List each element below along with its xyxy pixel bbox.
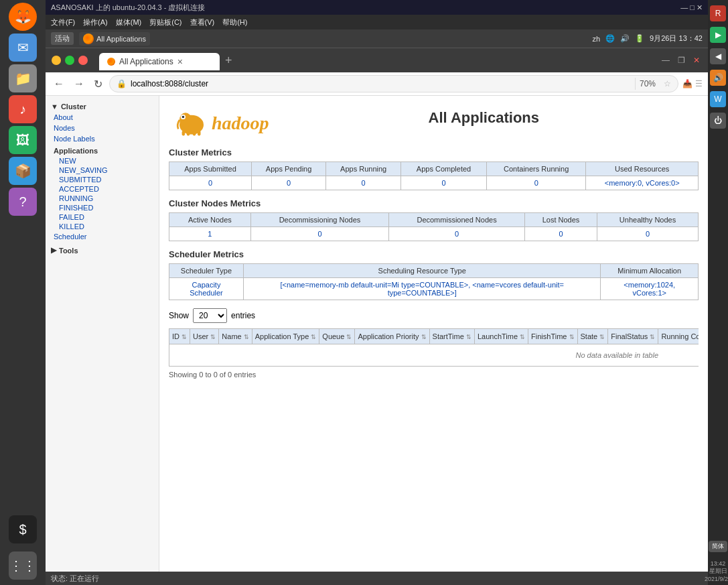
address-bar[interactable]: 🔒 localhost:8088/cluster 70% ☆ — [109, 75, 678, 92]
browser-tab-all-applications[interactable]: All Applications × — [99, 53, 220, 70]
browser-close-icon[interactable]: ✕ — [690, 56, 703, 65]
apps-table-header[interactable]: State ⇅ — [577, 329, 608, 344]
tools-arrow-icon: ▶ — [51, 246, 56, 255]
sidebar-subitem-finished[interactable]: FINISHED — [48, 203, 156, 212]
show-select[interactable]: 20 50 100 — [193, 308, 227, 323]
dock-icon-help[interactable]: ? — [9, 188, 37, 216]
cluster-metrics-header: Apps Running — [326, 162, 401, 176]
scheduler-header: Scheduling Resource Type — [243, 264, 600, 278]
refresh-button[interactable]: ↻ — [91, 76, 105, 92]
pocket-icon[interactable]: 📥 — [682, 79, 693, 88]
sidebar-item-nodes[interactable]: Nodes — [48, 123, 156, 133]
taskbar-locale[interactable]: zh — [592, 35, 600, 43]
new-tab-button[interactable]: + — [220, 51, 238, 70]
apps-table-header[interactable]: FinishTime ⇅ — [528, 329, 577, 344]
sidebar-applications-section: Applications — [48, 144, 156, 156]
cluster-nodes-header: Lost Nodes — [524, 213, 597, 227]
browser-restore-icon[interactable]: ❐ — [675, 56, 688, 65]
right-dock-icon-wifi[interactable]: W — [710, 91, 726, 107]
os-topbar-right: — □ ✕ — [680, 3, 703, 12]
sidebar-subitem-killed[interactable]: KILLED — [48, 222, 156, 231]
apps-table-header[interactable]: Queue ⇅ — [319, 329, 355, 344]
scheduler-value: Capacity Scheduler — [169, 278, 244, 300]
dock-icon-firefox[interactable]: 🦊 — [9, 3, 37, 31]
menu-help[interactable]: 帮助(H) — [222, 17, 247, 27]
os-topbar-title: ASANOSAKI 上的 ubuntu-20.04.3 - 虚拟机连接 — [51, 3, 205, 13]
browser-nav: ← → ↻ 🔒 localhost:8088/cluster 70% ☆ 📥 ☰ — [46, 72, 708, 96]
main-content: hadoop All Applications Cluster Metrics … — [159, 96, 708, 572]
svg-rect-4 — [182, 131, 186, 135]
menu-clipboard[interactable]: 剪贴板(C) — [149, 17, 181, 27]
sidebar-subitem-new[interactable]: NEW — [48, 156, 156, 166]
cluster-nodes-header: Active Nodes — [169, 213, 251, 227]
sidebar-subitem-accepted[interactable]: ACCEPTED — [48, 184, 156, 194]
right-dock-icon-power[interactable]: ⏻ — [710, 113, 726, 129]
dock-icon-apps[interactable]: ⋮⋮ — [9, 551, 37, 580]
minimize-button[interactable] — [52, 56, 61, 65]
activities-button[interactable]: 活动 — [51, 32, 74, 45]
os-topbar-left: ASANOSAKI 上的 ubuntu-20.04.3 - 虚拟机连接 — [51, 3, 205, 13]
right-dock-icon-3[interactable]: 🔊 — [710, 70, 726, 86]
apps-table-header[interactable]: Application Type ⇅ — [252, 329, 319, 344]
window-controls — [51, 56, 88, 65]
menu-icon[interactable]: ☰ — [695, 79, 703, 88]
page-title: All Applications — [269, 109, 699, 127]
scheduler-header: Minimum Allocation — [601, 264, 699, 278]
apps-table-header[interactable]: StartTime ⇅ — [429, 329, 474, 344]
forward-button[interactable]: → — [71, 76, 87, 91]
sidebar-item-about[interactable]: About — [48, 112, 156, 123]
sidebar-item-node-labels[interactable]: Node Labels — [48, 133, 156, 144]
svg-point-3 — [182, 116, 185, 119]
sidebar-tools-section[interactable]: ▶ Tools — [48, 242, 156, 256]
dock-icon-email[interactable]: ✉ — [9, 34, 37, 62]
cluster-metrics-table: Apps SubmittedApps PendingApps RunningAp… — [169, 161, 699, 190]
cluster-nodes-value: 1 — [169, 227, 251, 241]
sidebar-item-scheduler[interactable]: Scheduler — [48, 231, 156, 242]
dock-icon-files[interactable]: 📁 — [9, 64, 37, 92]
cluster-metrics-value: 0 — [169, 176, 252, 190]
sidebar-subitem-running[interactable]: RUNNING — [48, 194, 156, 203]
scheduler-metrics-title: Scheduler Metrics — [169, 249, 699, 259]
address-text: localhost:8088/cluster — [131, 79, 631, 88]
sidebar-subitem-new-saving[interactable]: NEW_SAVING — [48, 166, 156, 175]
show-label: Show — [169, 311, 189, 320]
sidebar-cluster-item[interactable]: ▼ Cluster — [48, 101, 156, 112]
apps-table-header[interactable]: Application Priority ⇅ — [355, 329, 429, 344]
maximize-button[interactable] — [65, 56, 74, 65]
right-dock-icon-a[interactable]: 简体 — [709, 541, 727, 552]
dock-icon-software[interactable]: 📦 — [9, 157, 37, 185]
apps-table-header[interactable]: Running Containers ⇅ — [658, 329, 699, 344]
cluster-nodes-value: 0 — [597, 227, 699, 241]
cluster-metrics-header: Apps Pending — [252, 162, 326, 176]
bookmark-icon[interactable]: ☆ — [664, 79, 671, 88]
apps-table-header[interactable]: ID ⇅ — [169, 329, 190, 344]
sidebar-subitem-submitted[interactable]: SUBMITTED — [48, 175, 156, 184]
menu-action[interactable]: 操作(A) — [83, 17, 108, 27]
dock-icon-terminal[interactable]: $ — [9, 515, 37, 543]
right-dock-icon-2[interactable]: ▶ — [710, 27, 726, 43]
right-dock-icon-arrow[interactable]: ◀ — [710, 48, 726, 64]
apps-table-header[interactable]: FinalStatus ⇅ — [608, 329, 658, 344]
menu-file[interactable]: 文件(F) — [51, 17, 75, 27]
browser-minimize-icon[interactable]: — — [659, 56, 672, 65]
tab-close-icon[interactable]: × — [177, 57, 183, 66]
menu-media[interactable]: 媒体(M) — [116, 17, 142, 27]
taskbar-clock: 9月26日 13：42 — [650, 34, 703, 44]
dock-icon-music[interactable]: ♪ — [9, 95, 37, 123]
back-button[interactable]: ← — [51, 76, 67, 91]
apps-table-header[interactable]: LaunchTime ⇅ — [474, 329, 528, 344]
apps-table-header[interactable]: User ⇅ — [190, 329, 219, 344]
apps-table-header[interactable]: Name ⇅ — [219, 329, 252, 344]
apps-table-container: ID ⇅User ⇅Name ⇅Application Type ⇅Queue … — [169, 328, 699, 367]
svg-rect-6 — [193, 131, 196, 135]
right-dock-icon-1[interactable]: R — [710, 5, 726, 21]
os-topbar-controls: — □ ✕ — [680, 3, 703, 12]
hadoop-logo-text: hadoop — [212, 113, 269, 134]
dock-icon-photos[interactable]: 🖼 — [9, 126, 37, 154]
firefox-taskbar-icon[interactable]: All Applications — [79, 32, 150, 46]
sidebar-subitem-failed[interactable]: FAILED — [48, 212, 156, 222]
menu-view[interactable]: 查看(V) — [190, 17, 215, 27]
tab-title: All Applications — [119, 57, 173, 66]
close-button[interactable] — [78, 56, 88, 65]
showing-info: Showing 0 to 0 of 0 entries — [169, 371, 699, 379]
